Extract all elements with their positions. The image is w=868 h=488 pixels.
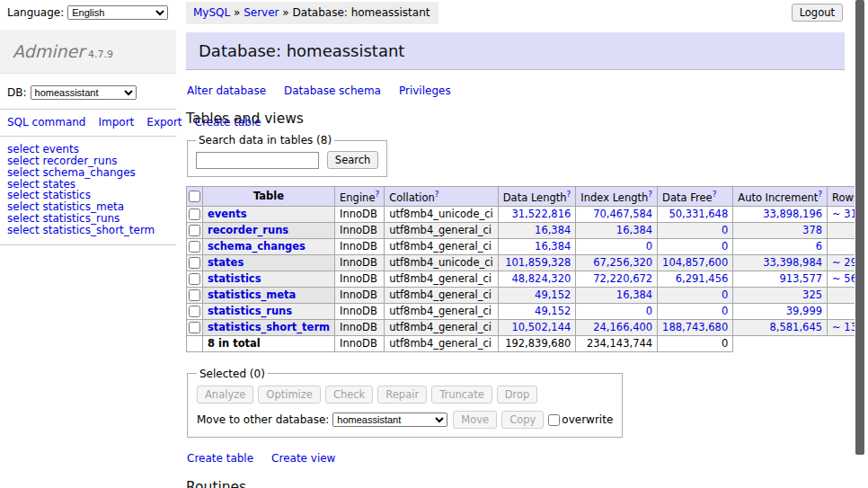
auto-increment-link[interactable]: 6 — [816, 240, 822, 253]
row-checkbox[interactable] — [189, 273, 200, 285]
data-free-link[interactable]: 0 — [722, 224, 728, 236]
analyze-button[interactable]: Analyze — [197, 386, 253, 404]
index-length-link[interactable]: 0 — [646, 305, 652, 317]
data-length-link[interactable]: 48,824,320 — [511, 272, 571, 285]
data-length-link[interactable]: 16,384 — [535, 240, 571, 253]
sidebar-action-export[interactable]: Export — [146, 116, 182, 129]
routines-heading: Routines — [186, 479, 845, 488]
db-select[interactable]: homeassistant — [31, 85, 137, 100]
data-length-link[interactable]: 10,502,144 — [511, 321, 571, 333]
auto-increment-link[interactable]: 378 — [802, 224, 822, 236]
optimize-button[interactable]: Optimize — [258, 386, 321, 404]
app-logo-link[interactable]: Adminer — [13, 41, 84, 61]
truncate-button[interactable]: Truncate — [431, 386, 492, 404]
index-length-link[interactable]: 67,256,320 — [593, 256, 652, 269]
row-checkbox[interactable] — [189, 241, 200, 253]
row-checkbox[interactable] — [189, 225, 200, 236]
select-all-checkbox[interactable] — [189, 191, 200, 202]
collation-cell: utf8mb4_general_ci — [385, 287, 499, 303]
row-checkbox[interactable] — [189, 289, 200, 301]
search-input[interactable] — [196, 152, 319, 169]
total-data-free-cell: 0 — [658, 335, 733, 351]
auto-increment-cell: 33,898,196 — [733, 206, 828, 222]
data-free-link[interactable]: 6,291,456 — [676, 272, 729, 285]
overwrite-checkbox[interactable] — [548, 414, 560, 426]
index-length-link[interactable]: 24,166,400 — [593, 321, 652, 333]
scrollbar — [855, 0, 868, 488]
search-button[interactable]: Search — [327, 151, 379, 169]
sidebar-action-sql-command[interactable]: SQL command — [7, 116, 85, 129]
data-length-link[interactable]: 49,152 — [535, 288, 571, 301]
column-help-link[interactable]: ? — [818, 190, 822, 199]
table-link-statistics-runs[interactable]: statistics_runs — [208, 305, 292, 317]
index-length-link[interactable]: 72,220,672 — [593, 272, 652, 285]
breadcrumb-link-server[interactable]: Server — [244, 6, 279, 19]
auto-increment-link[interactable]: 913,577 — [779, 272, 822, 285]
header-checkbox-cell — [187, 187, 203, 207]
engine-cell: InnoDB — [335, 206, 385, 222]
index-length-link[interactable]: 16,384 — [616, 224, 652, 236]
sidebar-select-recorder-runs[interactable]: select recorder_runs — [7, 155, 169, 167]
sidebar-action-import[interactable]: Import — [98, 116, 134, 129]
row-checkbox[interactable] — [189, 322, 200, 333]
create-table-link[interactable]: Create table — [187, 452, 253, 465]
data-length-link[interactable]: 16,384 — [535, 224, 571, 236]
sidebar-select-schema-changes[interactable]: select schema_changes — [7, 167, 169, 179]
index-length-link[interactable]: 70,467,584 — [593, 208, 652, 220]
logout-button[interactable]: Logout — [792, 4, 843, 22]
auto-increment-link[interactable]: 8,581,645 — [770, 321, 823, 333]
auto-increment-link[interactable]: 39,999 — [786, 305, 822, 317]
data-free-link[interactable]: 188,743,680 — [662, 321, 728, 333]
index-length-link[interactable]: 0 — [646, 240, 652, 253]
table-header-row: TableEngine?Collation?Data Length?Index … — [187, 187, 868, 207]
database-schema-link[interactable]: Database schema — [284, 84, 381, 97]
language-select[interactable]: English — [67, 5, 168, 20]
index-length-link[interactable]: 16,384 — [616, 288, 652, 301]
sidebar-select-statistics-runs[interactable]: select statistics_runs — [7, 213, 169, 225]
column-help-link[interactable]: ? — [567, 190, 571, 199]
move-db-select[interactable]: homeassistant — [332, 413, 447, 427]
table-row: eventsInnoDButf8mb4_unicode_ci31,522,816… — [187, 206, 868, 222]
data-length-link[interactable]: 31,522,816 — [511, 208, 571, 220]
auto-increment-link[interactable]: 33,898,196 — [763, 208, 822, 220]
data-free-link[interactable]: 104,857,600 — [662, 256, 728, 269]
check-button[interactable]: Check — [325, 386, 373, 404]
table-link-statistics-short-term[interactable]: statistics_short_term — [208, 321, 330, 333]
row-checkbox[interactable] — [189, 257, 200, 269]
row-checkbox[interactable] — [189, 306, 200, 317]
column-help-link[interactable]: ? — [648, 190, 652, 199]
auto-increment-link[interactable]: 33,398,984 — [763, 256, 822, 269]
table-link-schema-changes[interactable]: schema_changes — [208, 240, 306, 253]
privileges-link[interactable]: Privileges — [399, 84, 451, 97]
data-length-link[interactable]: 49,152 — [535, 305, 571, 317]
table-link-states[interactable]: states — [208, 256, 244, 269]
column-help-link[interactable]: ? — [375, 190, 379, 199]
alter-database-link[interactable]: Alter database — [187, 84, 266, 97]
row-checkbox-cell — [187, 287, 203, 303]
scrollbar-thumb[interactable] — [855, 0, 864, 455]
data-free-link[interactable]: 50,331,648 — [669, 208, 728, 220]
table-link-statistics[interactable]: statistics — [208, 272, 261, 285]
column-help-link[interactable]: ? — [713, 190, 717, 199]
row-checkbox[interactable] — [189, 209, 200, 220]
create-view-link[interactable]: Create view — [271, 452, 335, 465]
auto-increment-link[interactable]: 325 — [802, 288, 822, 301]
data-length-cell: 49,152 — [498, 287, 576, 303]
index-length-cell: 70,467,584 — [576, 206, 658, 222]
data-free-link[interactable]: 0 — [722, 240, 728, 253]
drop-button[interactable]: Drop — [497, 386, 538, 404]
data-length-link[interactable]: 101,859,328 — [505, 256, 571, 269]
move-button[interactable]: Move — [453, 411, 497, 429]
sidebar-select-statistics-short-term[interactable]: select statistics_short_term — [7, 225, 169, 236]
index-length-cell: 72,220,672 — [576, 271, 658, 287]
data-free-link[interactable]: 0 — [722, 288, 728, 301]
repair-button[interactable]: Repair — [377, 386, 427, 404]
table-link-events[interactable]: events — [208, 208, 247, 220]
copy-button[interactable]: Copy — [501, 411, 544, 429]
data-free-link[interactable]: 0 — [722, 305, 728, 317]
table-link-recorder-runs[interactable]: recorder_runs — [208, 224, 288, 236]
breadcrumb-link-mysql[interactable]: MySQL — [193, 6, 230, 19]
index-length-cell: 0 — [576, 238, 658, 254]
table-link-statistics-meta[interactable]: statistics_meta — [208, 288, 296, 301]
column-help-link[interactable]: ? — [435, 190, 439, 199]
